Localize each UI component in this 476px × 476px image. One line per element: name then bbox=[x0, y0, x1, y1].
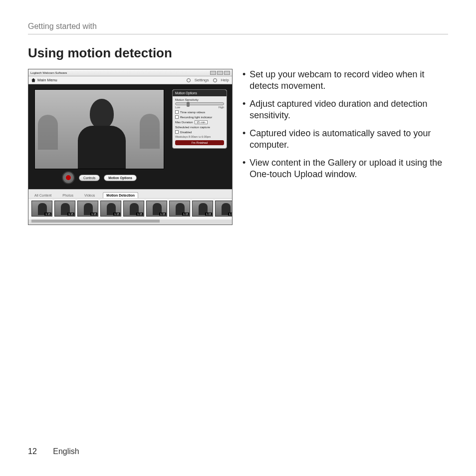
bullet-text: View content in the Gallery or upload it… bbox=[249, 157, 448, 180]
home-icon[interactable] bbox=[31, 78, 35, 82]
thumbnail[interactable] bbox=[31, 201, 52, 217]
disabled-label: Disabled bbox=[180, 131, 192, 134]
gear-icon[interactable] bbox=[187, 78, 191, 82]
page-number: 12 bbox=[28, 447, 37, 456]
sensitivity-slider[interactable] bbox=[175, 102, 224, 105]
record-button[interactable] bbox=[62, 171, 75, 184]
list-item: •Adjust captured video duration and dete… bbox=[242, 98, 448, 121]
page-language: English bbox=[53, 447, 79, 456]
gallery-tabs: All Content Photos Videos Motion Detecti… bbox=[28, 189, 232, 198]
apply-button[interactable]: I'm Finished bbox=[175, 140, 224, 145]
bullet-text: Adjust captured video duration and detec… bbox=[249, 98, 448, 121]
lowlight-label: Recording light indicator bbox=[180, 116, 212, 119]
list-item: •Captured video is automatically saved t… bbox=[242, 128, 448, 150]
window-title: Logitech Webcam Software bbox=[30, 71, 67, 74]
bullet-text: Set up your webcam to record video when … bbox=[249, 69, 448, 91]
running-header: Getting started with bbox=[28, 22, 448, 34]
timestamp-label: Time stamp videos bbox=[180, 111, 205, 114]
panel-title: Motion Options bbox=[173, 90, 227, 96]
main-menu-button[interactable]: Main Menu bbox=[37, 78, 57, 82]
max-duration-select[interactable]: 15 min bbox=[195, 120, 208, 124]
tab-photos[interactable]: Photos bbox=[59, 193, 76, 198]
scheduled-label: Scheduled motion capture bbox=[175, 126, 224, 129]
page-footer: 12 English bbox=[28, 447, 79, 456]
app-menubar: Main Menu Settings Help bbox=[28, 76, 232, 84]
bullet-list: •Set up your webcam to record video when… bbox=[242, 69, 448, 180]
tab-motion-detection[interactable]: Motion Detection bbox=[103, 192, 138, 198]
thumbnail[interactable] bbox=[192, 201, 213, 217]
app-screenshot: Logitech Webcam Software Main Menu Se bbox=[28, 69, 233, 225]
help-button[interactable]: Help bbox=[221, 78, 229, 82]
thumbnail[interactable] bbox=[123, 201, 144, 217]
thumbnail[interactable] bbox=[100, 201, 121, 217]
window-controls[interactable] bbox=[210, 71, 230, 75]
thumbnail[interactable] bbox=[54, 201, 75, 217]
thumbnail[interactable] bbox=[215, 201, 232, 217]
max-duration-label: Max Duration bbox=[175, 121, 193, 124]
disabled-checkbox[interactable] bbox=[175, 130, 179, 134]
page-heading: Using motion detection bbox=[28, 45, 448, 61]
list-item: •Set up your webcam to record video when… bbox=[242, 69, 448, 91]
help-icon[interactable] bbox=[213, 78, 217, 82]
tab-all-content[interactable]: All Content bbox=[31, 193, 54, 198]
record-icon bbox=[66, 175, 71, 180]
live-preview bbox=[34, 89, 164, 169]
schedule-hint: Weekdays 8:00am to 6:00pm bbox=[175, 135, 224, 138]
sensitivity-label: Motion Sensitivity bbox=[175, 98, 224, 101]
motion-options-panel: Motion Options Motion Sensitivity Low Hi… bbox=[172, 89, 227, 149]
list-item: •View content in the Gallery or upload i… bbox=[242, 157, 448, 180]
minimize-icon[interactable] bbox=[210, 71, 216, 75]
thumbnail[interactable] bbox=[77, 201, 98, 217]
bullet-text: Captured video is automatically saved to… bbox=[249, 128, 448, 150]
thumbnail-scrollbar[interactable] bbox=[31, 220, 229, 223]
close-icon[interactable] bbox=[224, 71, 230, 75]
thumbnail[interactable] bbox=[169, 201, 190, 217]
video-preview-area: Motion Options Motion Sensitivity Low Hi… bbox=[28, 84, 232, 189]
tab-videos[interactable]: Videos bbox=[81, 193, 98, 198]
window-titlebar: Logitech Webcam Software bbox=[28, 69, 232, 76]
slider-low-label: Low bbox=[175, 106, 180, 109]
thumbnail-strip bbox=[28, 198, 232, 220]
controls-button[interactable]: Controls bbox=[79, 175, 100, 181]
slider-high-label: High bbox=[219, 106, 224, 109]
settings-button[interactable]: Settings bbox=[195, 78, 209, 82]
timestamp-checkbox[interactable] bbox=[175, 110, 179, 114]
maximize-icon[interactable] bbox=[217, 71, 223, 75]
motion-options-button[interactable]: Motion Options bbox=[104, 175, 137, 181]
thumbnail[interactable] bbox=[146, 201, 167, 217]
lowlight-checkbox[interactable] bbox=[175, 115, 179, 119]
